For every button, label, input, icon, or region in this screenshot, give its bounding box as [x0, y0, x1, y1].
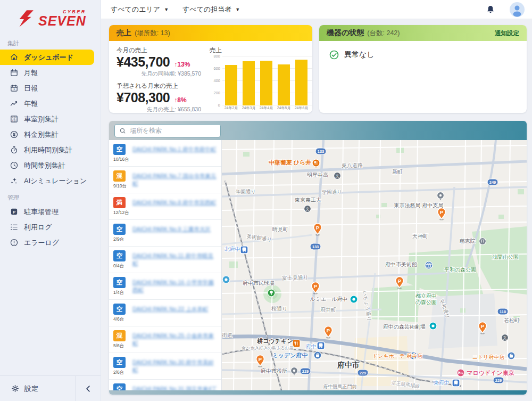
notifications-button[interactable] — [485, 4, 496, 15]
location-list-item[interactable]: 空2/6台DAICHI PARK No.30 府中市美好町 — [109, 353, 221, 380]
location-name-link[interactable]: DAICHI PARK No.31 国立市東4丁目 — [132, 383, 218, 390]
location-name-link[interactable]: DAICHI PARK No.1 府中市府中町 — [132, 144, 216, 163]
map-label: 府中市 — [337, 361, 360, 369]
map-panel: 空10/16台DAICHI PARK No.1 府中市府中町混9/10台DAIC… — [109, 121, 527, 395]
list-icon — [10, 223, 19, 232]
route-shield-249: 249 — [487, 179, 498, 185]
svg-text:133: 133 — [318, 149, 325, 154]
location-list-item[interactable]: 空2/9台DAICHI PARK No.9 三鷹市大沢 — [109, 220, 221, 247]
notification-settings-link[interactable]: 通知設定 — [495, 29, 519, 37]
map-label: 晴見町 — [272, 226, 288, 232]
sidebar-item-label: 車室別集計 — [24, 114, 59, 124]
status-badge: 空 — [113, 144, 126, 155]
svg-text:229: 229 — [360, 371, 367, 375]
chevron-down-icon: ▼ — [164, 7, 169, 12]
svg-text:P: P — [316, 225, 320, 231]
map-label: 平和の森公園 — [444, 267, 476, 273]
location-name-link[interactable]: DAICHI PARK No.11 府中市晴見町 — [132, 250, 218, 269]
sidebar-item-label: 利用ログ — [24, 223, 52, 232]
map-poi-station-icon — [240, 246, 248, 253]
map-label: 浅間山公園 — [492, 254, 519, 260]
map-label: 新町 — [392, 169, 403, 175]
map-label: ドンキホーテ 府中店 — [372, 353, 422, 359]
map-label: 慈恵院 — [459, 238, 476, 244]
svg-text:P: P — [481, 323, 485, 329]
route-shield-229: 229 — [300, 368, 311, 374]
location-name-link[interactable]: DAICHI PARK No.25 小金井市東町 — [132, 330, 218, 349]
parking-icon: P — [10, 207, 19, 216]
map[interactable]: 133249133110229229229 文文文 中華蕎麦 ひら井東八道路明星… — [222, 140, 527, 390]
chevron-down-icon: ▼ — [235, 7, 240, 12]
chart-bar-24年6月 — [295, 60, 307, 105]
sidebar-item-ai-sparkles[interactable]: AIシミュレーション — [0, 173, 94, 189]
status-badge: 満 — [113, 197, 126, 208]
home-icon — [10, 53, 19, 62]
location-name-link[interactable]: DAICHI PARK No.30 府中市美好町 — [132, 357, 218, 376]
sidebar-item-calendar-day[interactable]: 1日報 — [0, 80, 94, 96]
location-name-link[interactable]: DAICHI PARK No.8 府中市宮西町 — [132, 197, 216, 216]
status-badge: 空 — [113, 357, 126, 368]
area-filter-dropdown[interactable]: すべてのエリア ▼ — [111, 5, 169, 14]
app-root: CYBER SEVEN 集計ダッシュボード月報1日報年報4312車室別集計料金別… — [0, 0, 532, 401]
location-list-item[interactable]: 混9/10台DAICHI PARK No.7 国分寺市東元町 — [109, 167, 221, 193]
person-icon — [510, 2, 525, 17]
capacity-count: 1/4台 — [113, 290, 124, 296]
map-label: ニトリ府中店 — [472, 354, 505, 360]
map-poi-tree-icon — [268, 289, 275, 297]
forecast-sales-label: 予想される月末の売上 — [117, 82, 204, 90]
sidebar-item-stopwatch[interactable]: 利用時間別集計 — [0, 142, 94, 158]
device-card-subtitle: (台数: 242) — [367, 29, 400, 38]
sidebar-item-trend[interactable]: 年報 — [0, 96, 94, 111]
forecast-sales-change: ↑8% — [174, 96, 186, 104]
clock-icon — [10, 161, 19, 170]
route-shield-229: 229 — [358, 370, 368, 376]
svg-text:文: 文 — [336, 174, 339, 178]
map-label: 東府中 — [433, 380, 450, 386]
sidebar-item-parking[interactable]: P駐車場管理 — [0, 204, 94, 219]
sidebar-item-yen-circle[interactable]: 料金別集計 — [0, 127, 94, 142]
sidebar-item-calendar[interactable]: 月報 — [0, 65, 94, 80]
chart-bar-24年5月 — [278, 64, 290, 105]
location-list-item[interactable]: 満12/12台DAICHI PARK No.8 府中市宮西町 — [109, 193, 221, 220]
location-name-link[interactable]: DAICHI PARK No.7 国分寺市東元町 — [132, 170, 218, 190]
route-shield-133: 133 — [315, 148, 326, 154]
location-list-item[interactable]: 空2/7台DAICHI PARK No.31 国立市東4丁目 — [109, 380, 221, 390]
sidebar-item-home[interactable]: ダッシュボード — [0, 50, 94, 65]
location-list-item[interactable]: 空10/16台DAICHI PARK No.1 府中市府中町 — [109, 140, 221, 167]
location-search-box[interactable] — [114, 124, 221, 137]
sidebar-item-grid-numbers[interactable]: 4312車室別集計 — [0, 111, 94, 127]
sidebar-footer: 設定 — [0, 375, 101, 401]
sidebar-item-clock[interactable]: 時間帯別集計 — [0, 158, 94, 173]
location-name-link[interactable]: DAICHI PARK No.22 上水本町 — [132, 304, 208, 323]
device-status-card: 機器の状態 (台数: 242) 通知設定 異常なし — [319, 25, 527, 113]
location-name-link[interactable]: DAICHI PARK No.16 小平市学園西町 — [132, 277, 218, 296]
current-sales-label: 今月の売上 — [117, 46, 204, 54]
map-label: 耕コウチキン — [256, 338, 293, 344]
map-poi-station-icon — [452, 379, 460, 387]
map-label: 桜通り — [271, 306, 287, 312]
svg-text:P: P — [314, 283, 318, 289]
location-name-link[interactable]: DAICHI PARK No.9 三鷹市大沢 — [132, 224, 211, 243]
sidebar-item-list[interactable]: 利用ログ — [0, 219, 94, 235]
settings-button[interactable]: 設定 — [0, 384, 75, 394]
route-shield-110: 110 — [497, 308, 508, 315]
map-label: 都立府中 — [415, 293, 437, 299]
capacity-count: 5/6台 — [113, 343, 124, 349]
location-list-item[interactable]: 空4/6台DAICHI PARK No.22 上水本町 — [109, 300, 221, 326]
location-list-item[interactable]: 空1/4台DAICHI PARK No.16 小平市学園西町 — [109, 273, 221, 300]
sidebar-item-label: 料金別集計 — [24, 130, 59, 140]
location-list[interactable]: 空10/16台DAICHI PARK No.1 府中市府中町混9/10台DAIC… — [109, 140, 222, 390]
map-label: マロウドイン東京 — [467, 370, 514, 376]
current-sales-compare: 先月の同時期: ¥385,570 — [117, 70, 201, 78]
location-list-item[interactable]: 混5/6台DAICHI PARK No.25 小金井市東町 — [109, 326, 221, 353]
avatar[interactable] — [510, 2, 525, 17]
staff-filter-dropdown[interactable]: すべての担当者 ▼ — [182, 5, 240, 14]
sidebar-item-error[interactable]: エラーログ — [0, 235, 94, 250]
collapse-sidebar-button[interactable] — [75, 376, 101, 401]
sidebar-menu: 集計ダッシュボード月報1日報年報4312車室別集計料金別集計利用時間別集計時間帯… — [0, 34, 101, 250]
sidebar: CYBER SEVEN 集計ダッシュボード月報1日報年報4312車室別集計料金別… — [0, 0, 101, 401]
location-search-input[interactable] — [130, 127, 216, 134]
route-shield-229: 229 — [493, 377, 504, 383]
location-list-item[interactable]: 空0/4台DAICHI PARK No.11 府中市晴見町 — [109, 247, 221, 273]
svg-text:249: 249 — [489, 180, 496, 185]
